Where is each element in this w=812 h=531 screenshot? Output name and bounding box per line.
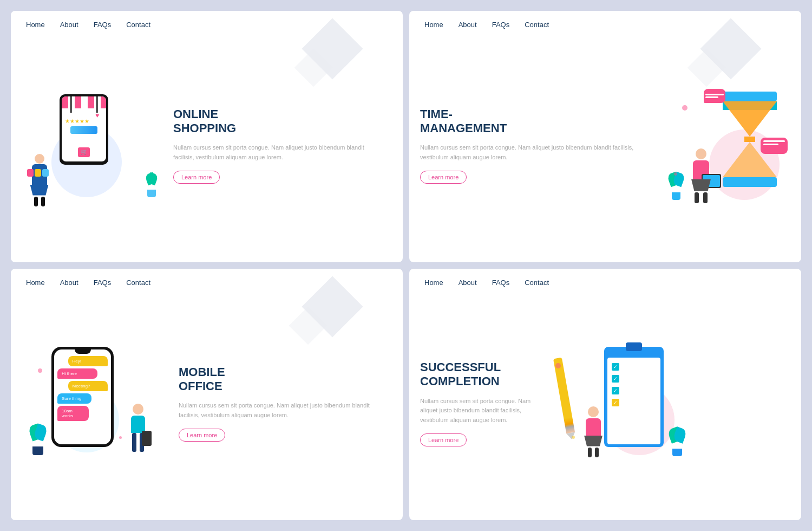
hg-top-body xyxy=(723,101,777,137)
clipboard-inner: ✓ ✓ xyxy=(607,358,660,444)
stars: ★★★★★ xyxy=(65,118,89,124)
card-time-management: Home About FAQs Contact TIME-MANAGEMENT … xyxy=(409,11,801,262)
learn-more-button-1[interactable]: Learn more xyxy=(173,171,220,184)
learn-more-button-3[interactable]: Learn more xyxy=(179,429,225,442)
text-area-4: SUCCESSFULCOMPLETION Nullam cursus sem s… xyxy=(420,360,539,447)
big-phone: Hey! Hi there Meeting? Sure thing 10am w… xyxy=(51,347,114,447)
sc-woman xyxy=(580,406,607,461)
tm-woman xyxy=(687,148,715,203)
check-item-4: ✓ xyxy=(612,399,656,406)
card-desc-3: Nullam cursus sem sit porta congue. Nam … xyxy=(179,401,387,420)
woman-head xyxy=(35,154,44,164)
learn-more-button-2[interactable]: Learn more xyxy=(420,171,467,184)
checkmark-1: ✓ xyxy=(612,363,619,371)
nav-about-1[interactable]: About xyxy=(60,21,78,29)
credit-card xyxy=(70,126,97,134)
pole-right xyxy=(96,96,98,113)
sc-body xyxy=(586,418,601,436)
clipboard-clip xyxy=(626,342,642,351)
shopping-bags xyxy=(27,169,49,177)
nav-faqs-3[interactable]: FAQs xyxy=(94,279,112,287)
woman-figure xyxy=(27,154,51,203)
nav-about-3[interactable]: About xyxy=(60,279,78,287)
hg-bot-bar xyxy=(723,177,777,187)
pole-left xyxy=(70,96,72,113)
illustration-completion: ✓ ✓ xyxy=(539,341,691,466)
card-content-3: Hey! Hi there Meeting? Sure thing 10am w… xyxy=(11,292,403,520)
chat-bubble-2 xyxy=(761,138,788,154)
text-area-1: ONLINESHOPPING Nullam cursus sem sit por… xyxy=(162,107,392,184)
tm-skirt xyxy=(691,179,711,191)
sc-head xyxy=(588,406,599,417)
card-online-shopping: Home About FAQs Contact xyxy=(11,11,403,262)
mo-head xyxy=(133,404,143,415)
card-title-4: SUCCESSFULCOMPLETION xyxy=(420,360,534,389)
nav-mobile-office: Home About FAQs Contact xyxy=(11,269,403,292)
check-item-2: ✓ xyxy=(612,375,656,383)
chat-msg-1: Hey! xyxy=(68,356,108,366)
mo-woman xyxy=(125,404,152,463)
hg-top-bar xyxy=(723,92,777,101)
card-desc-1: Nullam cursus sem sit porta congue. Nam … xyxy=(173,143,387,162)
illustration-mobile: Hey! Hi there Meeting? Sure thing 10am w… xyxy=(22,341,168,466)
plant xyxy=(146,173,157,197)
tm-legs xyxy=(687,192,715,203)
text-area-2: TIME-MANAGEMENT Nullam cursus sem sit po… xyxy=(420,107,660,184)
phone-body: ★★★★★ ♥ 🛒 xyxy=(60,94,108,165)
learn-more-button-4[interactable]: Learn more xyxy=(420,433,467,446)
nav-home-2[interactable]: Home xyxy=(424,21,443,29)
illustration-shopping: ★★★★★ ♥ 🛒 xyxy=(22,83,162,208)
sc-legs xyxy=(580,448,607,457)
text-area-3: MOBILEOFFICE Nullam cursus sem sit porta… xyxy=(168,365,392,442)
card-mobile-office: Home About FAQs Contact Hey! Hi there Me… xyxy=(11,269,403,520)
nav-successful-completion: Home About FAQs Contact xyxy=(409,269,801,292)
chat-msg-2: Hi there xyxy=(57,368,97,379)
check-item-3: ✓ xyxy=(612,387,656,394)
pencil xyxy=(553,357,575,433)
dot-2 xyxy=(674,172,677,176)
phone-screen-content: Hey! Hi there Meeting? Sure thing 10am w… xyxy=(54,349,111,444)
nav-about-4[interactable]: About xyxy=(459,279,477,287)
clipboard: ✓ ✓ xyxy=(604,347,664,447)
check-item-1: ✓ xyxy=(612,363,656,371)
dot-3 xyxy=(38,368,42,373)
card-desc-2: Nullam cursus sem sit porta congue. Nam … xyxy=(420,143,655,162)
main-grid: Home About FAQs Contact xyxy=(0,0,812,531)
sc-plant xyxy=(669,428,685,456)
woman-skirt xyxy=(30,185,49,196)
nav-online-shopping: Home About FAQs Contact xyxy=(11,11,403,34)
nav-time-management: Home About FAQs Contact xyxy=(409,11,801,34)
card-title-2: TIME-MANAGEMENT xyxy=(420,107,655,136)
awning xyxy=(62,96,106,108)
card-desc-4: Nullam cursus sem sit porta congue. Nam … xyxy=(420,397,534,425)
dot-4 xyxy=(119,436,122,439)
phone-screen: ★★★★★ ♥ 🛒 xyxy=(62,96,106,161)
nav-faqs-2[interactable]: FAQs xyxy=(492,21,510,29)
chat-bubble-1 xyxy=(704,89,725,103)
mo-body xyxy=(131,416,145,433)
nav-contact-2[interactable]: Contact xyxy=(525,21,549,29)
nav-faqs-1[interactable]: FAQs xyxy=(94,21,112,29)
nav-about-2[interactable]: About xyxy=(459,21,477,29)
nav-home-1[interactable]: Home xyxy=(26,21,45,29)
phone-in-hand xyxy=(142,431,152,446)
tm-plant xyxy=(669,173,684,200)
cart-icon: 🛒 xyxy=(78,147,90,157)
phone-notch xyxy=(75,349,91,354)
nav-faqs-4[interactable]: FAQs xyxy=(492,279,510,287)
checkmark-4: ✓ xyxy=(612,399,619,406)
checkmark-3: ✓ xyxy=(612,387,619,394)
nav-contact-4[interactable]: Contact xyxy=(525,279,549,287)
tm-head xyxy=(696,148,706,159)
nav-home-4[interactable]: Home xyxy=(424,279,443,287)
card-content-4: SUCCESSFULCOMPLETION Nullam cursus sem s… xyxy=(409,292,801,520)
sc-skirt xyxy=(584,436,603,446)
dot-6 xyxy=(572,436,575,439)
dot-1 xyxy=(682,105,687,111)
card-content-2: TIME-MANAGEMENT Nullam cursus sem sit po… xyxy=(409,34,801,262)
checkmark-2: ✓ xyxy=(612,375,619,383)
woman-legs xyxy=(27,197,51,206)
nav-contact-3[interactable]: Contact xyxy=(126,279,150,287)
nav-contact-1[interactable]: Contact xyxy=(126,21,150,29)
nav-home-3[interactable]: Home xyxy=(26,279,45,287)
